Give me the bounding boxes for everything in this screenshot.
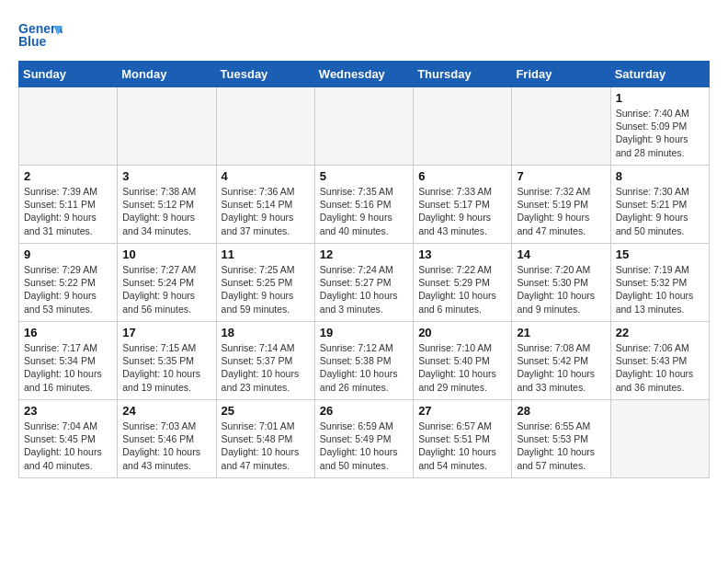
day-info: Sunrise: 7:39 AM Sunset: 5:11 PM Dayligh… xyxy=(24,185,112,237)
col-header-sunday: Sunday xyxy=(19,62,118,87)
col-header-thursday: Thursday xyxy=(414,62,512,87)
day-info: Sunrise: 7:06 AM Sunset: 5:43 PM Dayligh… xyxy=(616,341,704,394)
day-info: Sunrise: 7:15 AM Sunset: 5:35 PM Dayligh… xyxy=(122,341,210,394)
day-info: Sunrise: 7:17 AM Sunset: 5:34 PM Dayligh… xyxy=(24,341,112,394)
calendar-cell: 6Sunrise: 7:33 AM Sunset: 5:17 PM Daylig… xyxy=(414,166,512,244)
day-number: 28 xyxy=(517,404,605,418)
calendar-cell: 24Sunrise: 7:03 AM Sunset: 5:46 PM Dayli… xyxy=(118,400,216,478)
day-info: Sunrise: 7:27 AM Sunset: 5:24 PM Dayligh… xyxy=(122,263,210,316)
day-number: 11 xyxy=(222,247,310,261)
calendar-cell: 9Sunrise: 7:29 AM Sunset: 5:22 PM Daylig… xyxy=(19,244,118,322)
day-info: Sunrise: 7:14 AM Sunset: 5:37 PM Dayligh… xyxy=(222,341,310,394)
calendar-cell xyxy=(216,87,314,166)
calendar-week-0: 1Sunrise: 7:40 AM Sunset: 5:09 PM Daylig… xyxy=(19,87,710,166)
day-number: 3 xyxy=(122,169,210,183)
calendar-cell xyxy=(118,87,216,166)
calendar-cell: 5Sunrise: 7:35 AM Sunset: 5:16 PM Daylig… xyxy=(314,166,413,244)
day-number: 5 xyxy=(320,169,408,183)
calendar-cell xyxy=(314,87,413,166)
day-info: Sunrise: 7:24 AM Sunset: 5:27 PM Dayligh… xyxy=(320,263,408,316)
calendar-cell: 26Sunrise: 6:59 AM Sunset: 5:49 PM Dayli… xyxy=(314,400,413,478)
calendar-cell: 3Sunrise: 7:38 AM Sunset: 5:12 PM Daylig… xyxy=(118,166,216,244)
calendar-cell: 14Sunrise: 7:20 AM Sunset: 5:30 PM Dayli… xyxy=(512,244,610,322)
calendar-cell: 23Sunrise: 7:04 AM Sunset: 5:45 PM Dayli… xyxy=(19,400,118,478)
day-info: Sunrise: 7:38 AM Sunset: 5:12 PM Dayligh… xyxy=(122,185,210,237)
day-info: Sunrise: 6:57 AM Sunset: 5:51 PM Dayligh… xyxy=(418,419,506,472)
day-number: 24 xyxy=(122,404,210,418)
calendar-week-1: 2Sunrise: 7:39 AM Sunset: 5:11 PM Daylig… xyxy=(19,166,710,244)
col-header-saturday: Saturday xyxy=(610,62,709,87)
calendar-cell: 28Sunrise: 6:55 AM Sunset: 5:53 PM Dayli… xyxy=(512,400,610,478)
page-header: General Blue xyxy=(18,18,710,52)
calendar-cell xyxy=(610,400,709,478)
day-info: Sunrise: 7:12 AM Sunset: 5:38 PM Dayligh… xyxy=(320,341,408,394)
calendar-cell: 15Sunrise: 7:19 AM Sunset: 5:32 PM Dayli… xyxy=(610,244,709,322)
calendar-week-3: 16Sunrise: 7:17 AM Sunset: 5:34 PM Dayli… xyxy=(19,322,710,400)
calendar-header-row: SundayMondayTuesdayWednesdayThursdayFrid… xyxy=(19,62,710,87)
day-number: 8 xyxy=(616,169,704,183)
day-info: Sunrise: 6:55 AM Sunset: 5:53 PM Dayligh… xyxy=(517,419,605,472)
day-info: Sunrise: 7:30 AM Sunset: 5:21 PM Dayligh… xyxy=(616,185,704,237)
day-number: 9 xyxy=(24,247,112,261)
calendar-cell: 11Sunrise: 7:25 AM Sunset: 5:25 PM Dayli… xyxy=(216,244,314,322)
calendar-cell: 7Sunrise: 7:32 AM Sunset: 5:19 PM Daylig… xyxy=(512,166,610,244)
day-number: 13 xyxy=(418,247,506,261)
calendar-cell: 17Sunrise: 7:15 AM Sunset: 5:35 PM Dayli… xyxy=(118,322,216,400)
calendar-cell: 18Sunrise: 7:14 AM Sunset: 5:37 PM Dayli… xyxy=(216,322,314,400)
day-info: Sunrise: 7:10 AM Sunset: 5:40 PM Dayligh… xyxy=(418,341,506,394)
svg-text:Blue: Blue xyxy=(18,34,47,49)
day-info: Sunrise: 7:25 AM Sunset: 5:25 PM Dayligh… xyxy=(222,263,310,316)
calendar-cell xyxy=(19,87,118,166)
day-number: 20 xyxy=(418,326,506,339)
day-info: Sunrise: 7:32 AM Sunset: 5:19 PM Dayligh… xyxy=(517,185,605,237)
day-number: 4 xyxy=(222,169,310,183)
day-info: Sunrise: 7:19 AM Sunset: 5:32 PM Dayligh… xyxy=(616,263,704,316)
day-info: Sunrise: 7:22 AM Sunset: 5:29 PM Dayligh… xyxy=(418,263,506,316)
calendar-cell: 27Sunrise: 6:57 AM Sunset: 5:51 PM Dayli… xyxy=(414,400,512,478)
calendar-cell xyxy=(512,87,610,166)
calendar-cell xyxy=(414,87,512,166)
day-number: 19 xyxy=(320,326,408,339)
calendar-cell: 22Sunrise: 7:06 AM Sunset: 5:43 PM Dayli… xyxy=(610,322,709,400)
col-header-tuesday: Tuesday xyxy=(216,62,314,87)
day-number: 7 xyxy=(517,169,605,183)
day-number: 12 xyxy=(320,247,408,261)
day-info: Sunrise: 7:29 AM Sunset: 5:22 PM Dayligh… xyxy=(24,263,112,316)
calendar-week-4: 23Sunrise: 7:04 AM Sunset: 5:45 PM Dayli… xyxy=(19,400,710,478)
calendar-cell: 1Sunrise: 7:40 AM Sunset: 5:09 PM Daylig… xyxy=(610,87,709,166)
day-number: 1 xyxy=(616,91,704,105)
day-number: 17 xyxy=(122,326,210,339)
day-number: 16 xyxy=(24,326,112,339)
calendar-cell: 21Sunrise: 7:08 AM Sunset: 5:42 PM Dayli… xyxy=(512,322,610,400)
calendar-cell: 16Sunrise: 7:17 AM Sunset: 5:34 PM Dayli… xyxy=(19,322,118,400)
day-info: Sunrise: 7:35 AM Sunset: 5:16 PM Dayligh… xyxy=(320,185,408,237)
day-info: Sunrise: 7:04 AM Sunset: 5:45 PM Dayligh… xyxy=(24,419,112,472)
day-number: 18 xyxy=(222,326,310,339)
day-number: 14 xyxy=(517,247,605,261)
calendar-cell: 20Sunrise: 7:10 AM Sunset: 5:40 PM Dayli… xyxy=(414,322,512,400)
day-number: 23 xyxy=(24,404,112,418)
day-info: Sunrise: 7:36 AM Sunset: 5:14 PM Dayligh… xyxy=(222,185,310,237)
day-number: 2 xyxy=(24,169,112,183)
day-number: 22 xyxy=(616,326,704,339)
day-number: 26 xyxy=(320,404,408,418)
col-header-monday: Monday xyxy=(118,62,216,87)
calendar-table: SundayMondayTuesdayWednesdayThursdayFrid… xyxy=(18,61,710,478)
calendar-cell: 25Sunrise: 7:01 AM Sunset: 5:48 PM Dayli… xyxy=(216,400,314,478)
logo: General Blue xyxy=(18,18,64,52)
calendar-cell: 12Sunrise: 7:24 AM Sunset: 5:27 PM Dayli… xyxy=(314,244,413,322)
day-info: Sunrise: 7:33 AM Sunset: 5:17 PM Dayligh… xyxy=(418,185,506,237)
day-number: 15 xyxy=(616,247,704,261)
day-info: Sunrise: 7:08 AM Sunset: 5:42 PM Dayligh… xyxy=(517,341,605,394)
calendar-week-2: 9Sunrise: 7:29 AM Sunset: 5:22 PM Daylig… xyxy=(19,244,710,322)
day-info: Sunrise: 7:01 AM Sunset: 5:48 PM Dayligh… xyxy=(222,419,310,472)
day-number: 10 xyxy=(122,247,210,261)
col-header-wednesday: Wednesday xyxy=(314,62,413,87)
col-header-friday: Friday xyxy=(512,62,610,87)
calendar-cell: 10Sunrise: 7:27 AM Sunset: 5:24 PM Dayli… xyxy=(118,244,216,322)
day-number: 6 xyxy=(418,169,506,183)
day-info: Sunrise: 7:03 AM Sunset: 5:46 PM Dayligh… xyxy=(122,419,210,472)
calendar-cell: 19Sunrise: 7:12 AM Sunset: 5:38 PM Dayli… xyxy=(314,322,413,400)
day-number: 27 xyxy=(418,404,506,418)
calendar-cell: 13Sunrise: 7:22 AM Sunset: 5:29 PM Dayli… xyxy=(414,244,512,322)
